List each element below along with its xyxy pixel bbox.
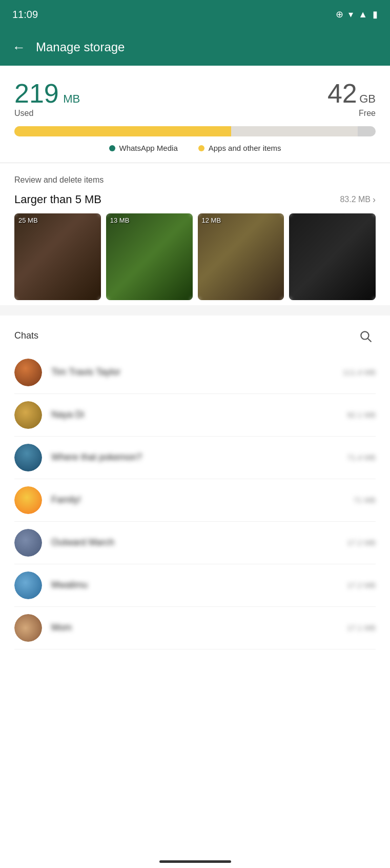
chevron-right-icon: › bbox=[373, 194, 376, 205]
list-item[interactable]: Mom 17.1 MB bbox=[14, 607, 376, 649]
free-value: 42 bbox=[327, 78, 357, 108]
search-icon bbox=[359, 329, 372, 343]
larger-than-label: Larger than 5 MB bbox=[14, 193, 101, 206]
list-item[interactable]: Outward March 17.2 MB bbox=[14, 522, 376, 564]
storage-section: 219 MB Used 42 GB Free WhatsApp Media Ap… bbox=[0, 66, 390, 163]
status-icons: ⊕ ▾ ▲ ▮ bbox=[336, 9, 378, 20]
thumbnail-item[interactable] bbox=[289, 213, 376, 300]
review-section: Review and delete items Larger than 5 MB… bbox=[0, 163, 390, 300]
avatar bbox=[14, 359, 42, 386]
free-row: 42 GB bbox=[327, 80, 376, 107]
chats-title: Chats bbox=[14, 330, 38, 341]
chats-header: Chats bbox=[14, 315, 376, 351]
avatar-image bbox=[14, 486, 42, 514]
chat-size: 17.2 MB bbox=[347, 538, 376, 547]
chat-name: Where that pokemon? bbox=[51, 452, 342, 463]
svg-point-0 bbox=[361, 331, 368, 339]
avatar bbox=[14, 614, 42, 642]
list-item[interactable]: Where that pokemon? 71.4 MB bbox=[14, 437, 376, 479]
sync-icon: ⊕ bbox=[336, 9, 343, 20]
thumbnail-item[interactable]: 13 MB bbox=[106, 213, 193, 300]
page-title: Manage storage bbox=[36, 40, 125, 54]
thumb-overlay bbox=[106, 213, 193, 300]
used-block: 219 MB Used bbox=[14, 80, 80, 118]
list-item[interactable]: Tim Travis Taylor 111.4 MB bbox=[14, 351, 376, 394]
thumb-overlay bbox=[198, 213, 284, 300]
free-label: Free bbox=[327, 109, 376, 118]
chat-size: 71 MB bbox=[354, 496, 376, 504]
avatar bbox=[14, 571, 42, 599]
thumb-size-badge: 25 MB bbox=[18, 216, 38, 224]
avatar-image bbox=[14, 444, 42, 471]
larger-than-row[interactable]: Larger than 5 MB 83.2 MB › bbox=[14, 193, 376, 206]
chat-size: 92.1 MB bbox=[347, 410, 376, 419]
progress-whatsapp bbox=[14, 126, 231, 136]
list-item[interactable]: Naya Di 92.1 MB bbox=[14, 394, 376, 437]
chat-size: 111.4 MB bbox=[343, 368, 376, 377]
used-row: 219 MB bbox=[14, 80, 80, 107]
chat-name: Family! bbox=[51, 495, 348, 505]
chat-size: 17.2 MB bbox=[347, 581, 376, 589]
free-unit: GB bbox=[359, 92, 376, 105]
legend-apps: Apps and other items bbox=[198, 144, 281, 152]
used-value: 219 bbox=[14, 78, 59, 108]
chat-name: Tim Travis Taylor bbox=[51, 367, 338, 378]
avatar bbox=[14, 529, 42, 557]
free-block: 42 GB Free bbox=[327, 80, 376, 118]
legend-whatsapp: WhatsApp Media bbox=[109, 144, 178, 152]
used-label: Used bbox=[14, 109, 80, 118]
list-item[interactable]: Mwalimu 17.2 MB bbox=[14, 564, 376, 607]
avatar-image bbox=[14, 614, 42, 642]
search-button[interactable] bbox=[355, 326, 376, 346]
avatar bbox=[14, 444, 42, 471]
thumb-overlay bbox=[14, 213, 101, 300]
legend-apps-label: Apps and other items bbox=[209, 144, 281, 152]
signal-icon: ▲ bbox=[358, 9, 367, 20]
apps-dot bbox=[198, 145, 204, 151]
used-unit: MB bbox=[63, 92, 80, 105]
thumb-size-badge: 12 MB bbox=[202, 216, 221, 224]
wifi-icon: ▾ bbox=[348, 9, 353, 20]
chat-size: 17.1 MB bbox=[347, 623, 376, 632]
chat-size: 71.4 MB bbox=[347, 453, 376, 462]
storage-numbers: 219 MB Used 42 GB Free bbox=[14, 80, 376, 118]
legend-whatsapp-label: WhatsApp Media bbox=[119, 144, 178, 152]
thumbnails-row: 25 MB 13 MB 12 MB bbox=[14, 213, 376, 300]
chat-name: Naya Di bbox=[51, 409, 342, 420]
battery-icon: ▮ bbox=[373, 9, 378, 20]
list-item[interactable]: Family! 71 MB bbox=[14, 479, 376, 522]
thumbnail-item[interactable]: 12 MB bbox=[198, 213, 284, 300]
thumb-size-badge: 13 MB bbox=[110, 216, 130, 224]
chats-section: Chats Tim Travis Taylor 111.4 MB Naya Di… bbox=[0, 315, 390, 649]
avatar bbox=[14, 486, 42, 514]
storage-legend: WhatsApp Media Apps and other items bbox=[14, 144, 376, 152]
avatar-image bbox=[14, 359, 42, 386]
progress-apps bbox=[231, 126, 358, 136]
avatar-image bbox=[14, 529, 42, 557]
section-gap bbox=[0, 305, 390, 315]
thumb-overlay bbox=[289, 213, 376, 300]
chat-name: Mwalimu bbox=[51, 580, 342, 590]
avatar-image bbox=[14, 571, 42, 599]
whatsapp-dot bbox=[109, 145, 115, 151]
chat-name: Mom bbox=[51, 622, 342, 633]
chat-name: Outward March bbox=[51, 537, 342, 548]
status-bar: 11:09 ⊕ ▾ ▲ ▮ bbox=[0, 0, 390, 29]
avatar bbox=[14, 401, 42, 429]
status-time: 11:09 bbox=[12, 9, 38, 21]
thumbnail-item[interactable]: 25 MB bbox=[14, 213, 101, 300]
storage-progress-bar bbox=[14, 126, 376, 136]
larger-than-size: 83.2 MB › bbox=[340, 194, 376, 205]
svg-line-1 bbox=[368, 339, 371, 341]
avatar-image bbox=[14, 401, 42, 429]
top-bar: ← Manage storage bbox=[0, 29, 390, 66]
back-button[interactable]: ← bbox=[12, 40, 26, 55]
review-title: Review and delete items bbox=[14, 175, 376, 185]
home-indicator bbox=[159, 860, 231, 863]
